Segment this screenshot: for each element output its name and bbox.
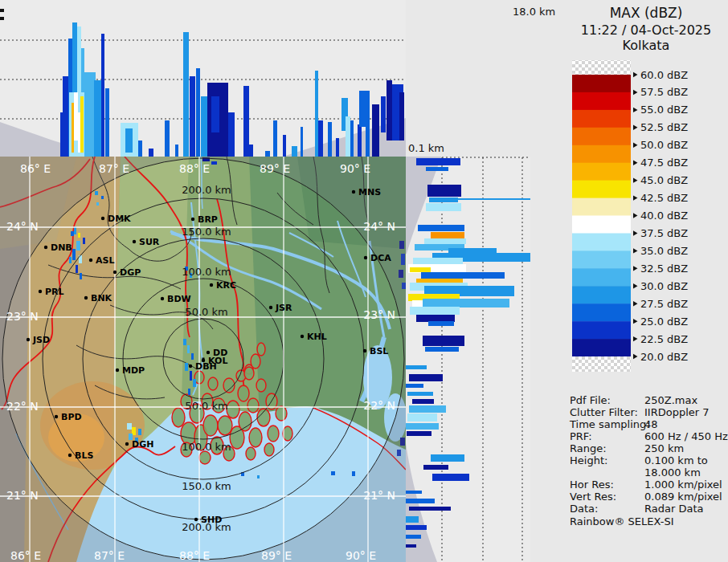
echo-bar — [350, 120, 354, 157]
echo-bar — [265, 151, 270, 157]
echo-bar — [301, 127, 303, 157]
height-axis-min-label: 0.1 km — [408, 142, 444, 154]
station-label: JSR — [275, 303, 292, 313]
echo-bar — [416, 158, 460, 165]
station-dot — [189, 364, 192, 368]
station-dot — [84, 296, 88, 299]
echo-speck — [191, 353, 194, 360]
metadata-value: 18.000 km — [644, 466, 701, 479]
legend-label: 37.5 dBZ — [640, 227, 688, 239]
echo-bar — [346, 116, 350, 157]
delta-island — [249, 428, 262, 447]
legend-label: 45.0 dBZ — [640, 174, 688, 186]
legend-band — [572, 181, 631, 198]
legend-band — [572, 128, 631, 145]
metadata-value: Radar Data — [644, 503, 703, 515]
echo-bar — [63, 76, 68, 157]
top-profile-panel — [0, 0, 406, 157]
echo-bar — [84, 72, 96, 157]
legend-label: 57.5 dBZ — [640, 86, 688, 98]
echo-bar — [201, 96, 208, 157]
legend-label: 25.0 dBZ — [640, 316, 688, 328]
echo-bar — [406, 535, 421, 539]
delta-island — [239, 412, 252, 431]
echo-bar — [410, 267, 431, 272]
echo-bar — [228, 112, 235, 157]
echo-bar — [196, 68, 200, 157]
metadata-label: Height: — [570, 454, 607, 466]
legend-band — [572, 268, 631, 286]
colorbar-overflow-bottom — [572, 356, 631, 372]
echo-bar — [190, 76, 195, 157]
station-dot — [207, 351, 210, 354]
echo-bar — [418, 225, 464, 231]
delta-island — [247, 398, 259, 413]
delta-island — [244, 367, 254, 380]
metadata-value: 250Z.max — [644, 394, 697, 406]
echo-speck — [80, 273, 82, 279]
metadata-label: Clutter Filter: — [570, 406, 638, 418]
longitude-label: 90° E — [340, 162, 370, 175]
longitude-label: 89° E — [260, 162, 290, 175]
metadata-value: IIRDoppler 7 — [644, 406, 710, 418]
latitude-label: 24° N — [6, 220, 39, 233]
station-dot — [210, 283, 213, 287]
echo-bar — [283, 135, 286, 157]
metadata-value: 0.089 km/pixel — [644, 491, 722, 503]
delta-island — [264, 443, 274, 456]
echo-bar — [425, 347, 459, 352]
legend-label: 22.5 dBZ — [640, 333, 688, 345]
echo-speck — [72, 249, 76, 260]
echo-speck — [76, 265, 78, 273]
station-label: DCA — [370, 253, 391, 263]
echo-bar — [424, 238, 466, 244]
latitude-label: 24° N — [363, 220, 395, 233]
echo-bar — [249, 145, 253, 157]
legend-band — [572, 286, 631, 303]
echo-bar — [406, 384, 423, 388]
metadata-value: 250 km — [644, 442, 684, 454]
range-ring-label: 100.0 km — [182, 266, 231, 278]
legend-band — [572, 321, 631, 339]
echo-bar — [410, 307, 460, 315]
legend-band — [572, 75, 631, 92]
echo-bar — [406, 544, 416, 548]
metadata-rows: Pdf File:250Z.maxClutter Filter:IIRDoppl… — [569, 394, 728, 515]
colorbar — [572, 75, 631, 357]
longitude-label: 88° E — [179, 549, 210, 562]
echo-bar — [399, 92, 404, 140]
colorbar-overflow-top — [572, 60, 631, 75]
metadata-value: 0.100 km to — [644, 454, 708, 466]
echo-bar — [431, 232, 464, 238]
echo-bar — [243, 86, 249, 157]
echo-bar — [328, 122, 332, 157]
echo-bar — [427, 185, 461, 197]
delta-island — [227, 401, 239, 418]
echo-bar — [409, 507, 451, 511]
metadata-label: Range: — [570, 442, 607, 454]
legend-label: 35.0 dBZ — [640, 245, 688, 257]
echo-bar — [406, 423, 439, 430]
echo-bar — [406, 365, 427, 369]
echo-bar — [406, 525, 427, 530]
station-dot — [113, 271, 117, 274]
station-label: BNK — [91, 293, 112, 303]
station-label: BRP — [198, 214, 218, 225]
echo-speck — [138, 429, 141, 435]
legend-station-name: Kolkata — [623, 38, 670, 53]
delta-island — [257, 343, 265, 356]
legend-label: 55.0 dBZ — [640, 104, 688, 116]
station-dot — [269, 306, 272, 309]
legend-label: 52.5 dBZ — [640, 121, 688, 133]
latitude-label: 22° N — [6, 400, 39, 413]
echo-speck — [76, 241, 80, 250]
echo-bar — [211, 96, 219, 132]
echo-speck — [96, 202, 99, 206]
station-label: BPD — [61, 412, 82, 422]
software-brand: Rainbow® SELEX-SI — [570, 515, 674, 527]
echo-speck — [83, 238, 85, 244]
longitude-label: 89° E — [261, 549, 292, 562]
echo-bar — [431, 454, 464, 462]
station-label: BDW — [167, 294, 191, 304]
station-label: SUR — [139, 237, 160, 247]
